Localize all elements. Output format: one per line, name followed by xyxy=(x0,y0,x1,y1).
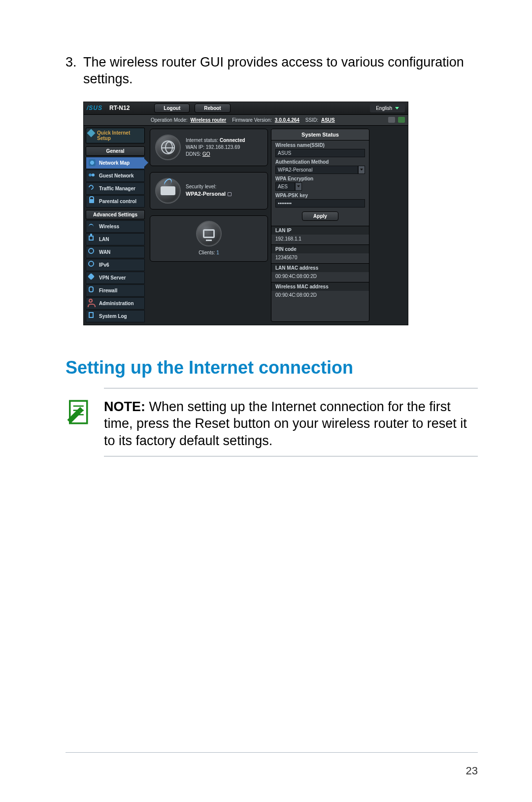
security-card[interactable]: Security level: WPA2-Personal xyxy=(150,172,268,209)
usb-status-icon xyxy=(388,117,395,123)
page-number: 23 xyxy=(466,765,478,777)
lan-icon xyxy=(89,236,94,241)
sidebar-item-administration[interactable]: Administration xyxy=(86,297,145,310)
sidebar-label: Firewall xyxy=(99,288,117,293)
system-log-icon xyxy=(89,312,94,318)
step-body: The wireless router GUI provides access … xyxy=(83,54,478,88)
sidebar-item-traffic-manager[interactable]: Traffic Manager xyxy=(86,182,145,195)
globe-icon xyxy=(155,135,181,160)
clients-icon xyxy=(196,221,222,246)
sidebar-item-network-map[interactable]: Network Map xyxy=(86,157,145,169)
sidebar-item-guest-network[interactable]: Guest Network xyxy=(86,170,145,182)
section-heading: Setting up the Internet connection xyxy=(66,357,478,378)
auth-method-label: Authentication Method xyxy=(275,159,365,165)
lan-mac-value: 00:90:4C:08:00:2D xyxy=(271,272,369,282)
sidebar-item-ipv6[interactable]: IPv6 xyxy=(86,259,145,271)
sidebar-label: Wireless xyxy=(99,224,119,229)
fw-value[interactable]: 3.0.0.4.264 xyxy=(275,117,299,123)
router-icon xyxy=(155,178,181,204)
link-status-icon xyxy=(398,117,405,123)
clients-card[interactable]: Clients: 1 xyxy=(150,215,268,262)
lan-ip-value: 192.168.1.1 xyxy=(271,235,369,244)
router-gui-screenshot: /SUS RT-N12 Logout Reboot English Operat… xyxy=(83,102,408,325)
apply-button[interactable]: Apply xyxy=(302,211,338,221)
sidebar-item-system-log[interactable]: System Log xyxy=(86,310,145,322)
language-selector[interactable]: English xyxy=(370,104,405,112)
chevron-down-icon[interactable] xyxy=(295,182,302,191)
ddns-label: DDNS: xyxy=(186,151,201,157)
wan-ip-value: 192.168.123.69 xyxy=(206,144,240,150)
lan-ip-label: LAN IP xyxy=(271,226,369,235)
op-mode-value[interactable]: Wireless router xyxy=(191,117,227,123)
firewall-icon xyxy=(89,286,94,292)
wpa-psk-input[interactable] xyxy=(275,199,365,208)
sidebar-label: Parental control xyxy=(99,199,136,204)
sidebar-header-advanced: Advanced Settings xyxy=(86,210,145,219)
model-label: RT-N12 xyxy=(109,105,130,111)
sidebar-item-lan[interactable]: LAN xyxy=(86,233,145,245)
sidebar-label: Administration xyxy=(99,301,134,306)
ssid-value: ASUS xyxy=(321,117,335,123)
step-number: 3. xyxy=(66,54,83,88)
wan-icon xyxy=(88,248,94,254)
divider xyxy=(104,456,478,456)
wireless-mac-label: Wireless MAC address xyxy=(271,282,369,291)
traffic-manager-icon xyxy=(88,183,95,190)
footer-divider xyxy=(66,752,478,753)
sidebar-header-general: General xyxy=(86,146,145,156)
wpa-encryption-label: WPA Encryption xyxy=(275,176,365,181)
reboot-button[interactable]: Reboot xyxy=(195,104,230,113)
quick-internet-setup[interactable]: Quick Internet Setup xyxy=(86,128,145,143)
sidebar-label: WAN xyxy=(99,249,110,255)
internet-status-value: Connected xyxy=(220,138,245,143)
pin-code-value: 12345670 xyxy=(271,253,369,263)
ipv6-icon xyxy=(88,261,94,267)
sidebar-item-vpn-server[interactable]: VPN Server xyxy=(86,272,145,284)
internet-status-card[interactable]: Internet status: Connected WAN IP: 192.1… xyxy=(150,129,268,166)
note-prefix: NOTE: xyxy=(104,399,145,414)
divider xyxy=(104,388,478,388)
note-icon xyxy=(66,398,93,426)
ddns-link[interactable]: GO xyxy=(202,151,210,157)
security-level-label: Security level: xyxy=(186,183,232,190)
fw-label: Firmware Version: xyxy=(232,117,272,123)
wan-ip-label: WAN IP: xyxy=(186,144,204,150)
vpn-icon xyxy=(88,273,95,279)
chevron-down-icon[interactable] xyxy=(358,166,365,174)
wireless-name-label: Wireless name(SSID) xyxy=(275,142,365,148)
sidebar-item-parental-control[interactable]: Parental control xyxy=(86,195,145,208)
step-3: 3. The wireless router GUI provides acce… xyxy=(66,54,478,88)
system-status-title: System Status xyxy=(271,129,369,140)
wpa-encryption-select[interactable]: AES xyxy=(275,182,295,191)
sidebar-label: System Log xyxy=(99,314,127,319)
logout-button[interactable]: Logout xyxy=(154,104,190,113)
sidebar-label: Guest Network xyxy=(99,173,134,178)
administration-icon xyxy=(89,299,93,303)
clients-count: 1 xyxy=(216,250,219,255)
sidebar-item-wan[interactable]: WAN xyxy=(86,246,145,258)
internet-status-label: Internet status: xyxy=(186,138,218,143)
sidebar-item-firewall[interactable]: Firewall xyxy=(86,284,145,297)
note-text: NOTE: When setting up the Internet conne… xyxy=(104,398,478,450)
op-mode-label: Operation Mode: xyxy=(151,117,188,123)
pin-code-label: PIN code xyxy=(271,244,369,253)
note-body-text: When setting up the Internet connection … xyxy=(104,399,467,448)
ssid-label: SSID: xyxy=(305,117,318,123)
sidebar-label: VPN Server xyxy=(99,275,126,280)
security-level-value: WPA2-Personal xyxy=(186,191,226,197)
sidebar-item-wireless[interactable]: Wireless xyxy=(86,220,145,233)
sidebar-label: LAN xyxy=(99,237,109,242)
lock-icon xyxy=(228,192,232,196)
sidebar-label: Network Map xyxy=(99,160,130,166)
wireless-name-input[interactable] xyxy=(275,149,365,157)
guest-network-icon xyxy=(89,172,96,179)
wpa-psk-label: WPA-PSK key xyxy=(275,193,365,198)
system-status-panel: System Status Wireless name(SSID) Authen… xyxy=(271,129,369,322)
asus-logo: /SUS xyxy=(87,105,102,111)
language-label: English xyxy=(376,105,392,111)
parental-control-icon xyxy=(89,199,94,203)
lan-mac-label: LAN MAC address xyxy=(271,263,369,272)
auth-method-select[interactable]: WPA2-Personal xyxy=(275,166,358,174)
sidebar-label: Traffic Manager xyxy=(99,186,135,191)
chevron-down-icon xyxy=(395,107,399,109)
